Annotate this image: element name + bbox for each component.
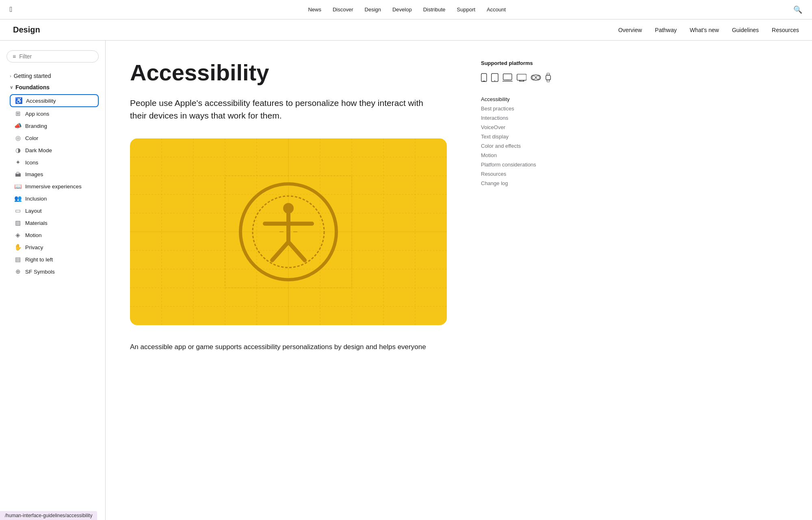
svg-rect-45 [546,75,551,80]
sidebar-item-images[interactable]: 🏔 Images [10,169,99,180]
sidebar-item-layout[interactable]: ▭ Layout [10,205,99,216]
tv-icon [517,73,527,82]
toc-item-resources[interactable]: Resources [481,169,551,179]
main-content: Accessibility People use Apple's accessi… [106,41,471,520]
sidebar-item-label-app-icons: App icons [25,111,49,117]
immersive-icon: 📖 [14,183,22,190]
page-intro: People use Apple's accessibility feature… [130,97,435,122]
sidebar-item-dark-mode[interactable]: ◑ Dark Mode [10,145,99,156]
toc-item-text-display[interactable]: Text display [481,132,551,141]
subnav-whats-new[interactable]: What's new [690,27,719,33]
filter-icon: ≡ [13,53,16,60]
sidebar-item-branding[interactable]: 📣 Branding [10,120,99,132]
nav-develop[interactable]: Develop [392,6,412,13]
sidebar-item-label-dark-mode: Dark Mode [25,147,52,153]
toc-item-motion[interactable]: Motion [481,151,551,160]
sidebar-item-label-immersive: Immersive experiences [25,183,82,190]
sidebar-item-label-privacy: Privacy [25,244,43,250]
sidebar-items-list: ♿ Accessibility ⊞ App icons 📣 Branding ◎… [6,94,99,277]
page-title: Accessibility [130,60,447,85]
toc-item-accessibility[interactable]: Accessibility [481,95,551,104]
toc-item-platform-considerations[interactable]: Platform considerations [481,160,551,169]
svg-rect-35 [503,74,512,80]
filter-input-wrapper[interactable]: ≡ [6,50,99,63]
sidebar-item-icons[interactable]: ✦ Icons [10,157,99,168]
sidebar-item-privacy[interactable]: ✋ Privacy [10,242,99,253]
sidebar-item-label-sf-symbols: SF Symbols [25,269,55,275]
toc-list: Accessibility Best practices Interaction… [481,95,551,188]
sidebar-item-label-accessibility: Accessibility [26,98,56,104]
sidebar-item-materials[interactable]: ▨ Materials [10,217,99,229]
top-nav:  News Discover Design Develop Distribut… [0,0,812,19]
nav-account[interactable]: Account [487,6,506,13]
toc-item-voiceover[interactable]: VoiceOver [481,123,551,132]
iphone-icon [481,72,487,83]
top-nav-links: News Discover Design Develop Distribute … [21,6,793,13]
platform-icons [481,72,551,83]
filter-search-input[interactable] [19,53,93,60]
accessibility-icon: ♿ [15,97,23,104]
toc-item-change-log[interactable]: Change log [481,179,551,188]
sub-nav-links: Overview Pathway What's new Guidelines R… [618,27,799,33]
sidebar-item-label-inclusion: Inclusion [25,196,47,202]
subnav-overview[interactable]: Overview [618,27,642,33]
svg-rect-31 [481,73,487,82]
sidebar-foundations[interactable]: ∨ Foundations [6,82,99,93]
dark-mode-icon: ◑ [14,147,22,154]
sidebar-item-immersive[interactable]: 📖 Immersive experiences [10,181,99,192]
sidebar-item-label-color: Color [25,135,38,141]
toc-item-best-practices[interactable]: Best practices [481,104,551,113]
nav-discover[interactable]: Discover [333,6,353,13]
nav-distribute[interactable]: Distribute [423,6,446,13]
nav-support[interactable]: Support [457,6,476,13]
apple-logo[interactable]:  [10,5,13,14]
bottom-text: An accessible app or game supports acces… [130,341,447,352]
ipad-icon [491,72,498,83]
toc-item-interactions[interactable]: Interactions [481,113,551,123]
supported-platforms-label: Supported platforms [481,60,551,66]
url-bar: /human-interface-guidelines/accessibilit… [0,511,97,520]
chevron-down-icon: ∨ [10,85,13,90]
sidebar-item-motion[interactable]: ◈ Motion [10,229,99,241]
subnav-pathway[interactable]: Pathway [655,27,677,33]
color-icon: ◎ [14,134,22,142]
sf-symbols-icon: ⊕ [14,268,22,275]
images-icon: 🏔 [14,171,22,178]
nav-design[interactable]: Design [365,6,381,13]
sidebar-item-app-icons[interactable]: ⊞ App icons [10,108,99,119]
privacy-icon: ✋ [14,244,22,251]
sidebar-item-label-layout: Layout [25,208,42,214]
subnav-resources[interactable]: Resources [772,27,799,33]
svg-point-34 [494,80,495,81]
materials-icon: ▨ [14,219,22,227]
apple-watch-icon [546,72,551,83]
svg-line-24 [272,242,288,260]
main-layout: ≡ › Getting started ∨ Foundations ♿ Acce… [0,41,812,520]
sidebar-getting-started[interactable]: › Getting started [6,71,99,81]
sidebar-item-label-rtl: Right to left [25,257,53,263]
chevron-right-icon: › [10,73,11,78]
svg-point-43 [536,76,539,79]
sidebar-item-rtl[interactable]: ▤ Right to left [10,254,99,265]
getting-started-label: Getting started [14,73,51,79]
toc-item-color-effects[interactable]: Color and effects [481,141,551,151]
sidebar-item-label-motion: Motion [25,232,42,238]
subnav-guidelines[interactable]: Guidelines [732,27,759,33]
sidebar-item-label-materials: Materials [25,220,48,226]
sidebar-item-inclusion[interactable]: 👥 Inclusion [10,193,99,204]
rtl-icon: ▤ [14,256,22,263]
sidebar-item-label-icons: Icons [25,160,38,166]
branding-icon: 📣 [14,122,22,129]
sidebar-item-color[interactable]: ◎ Color [10,132,99,144]
sidebar-item-accessibility[interactable]: ♿ Accessibility [10,94,99,107]
sidebar-item-sf-symbols[interactable]: ⊕ SF Symbols [10,266,99,277]
layout-icon: ▭ [14,207,22,214]
sidebar-item-label-images: Images [25,171,43,177]
right-panel: Supported platforms [471,41,561,520]
hero-image [130,138,447,325]
nav-news[interactable]: News [308,6,321,13]
visionpro-icon [531,74,541,81]
inclusion-icon: 👥 [14,195,22,202]
search-icon[interactable]: 🔍 [793,5,802,14]
sub-nav: Design Overview Pathway What's new Guide… [0,19,812,41]
